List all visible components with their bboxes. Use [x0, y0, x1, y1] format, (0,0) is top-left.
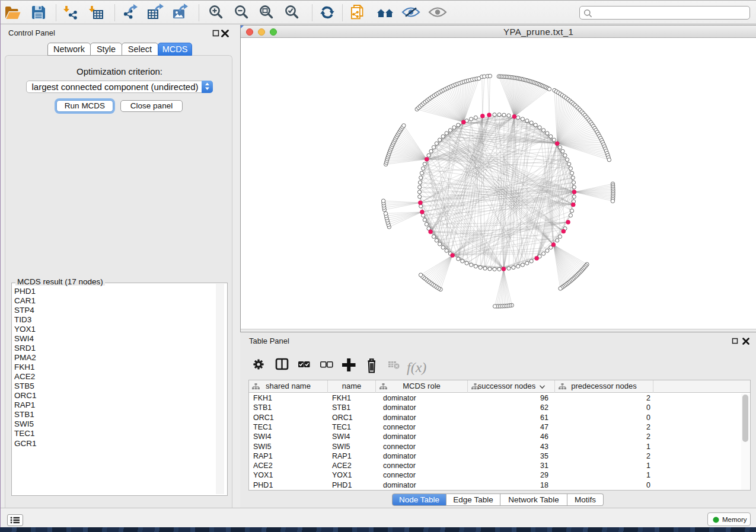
svg-text:f(x): f(x) — [407, 360, 426, 375]
